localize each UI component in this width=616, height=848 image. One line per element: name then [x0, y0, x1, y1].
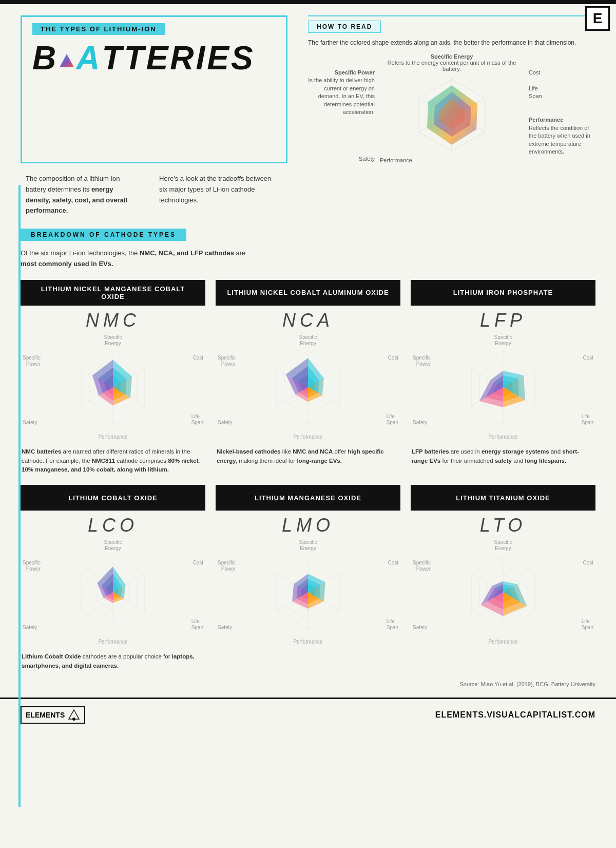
axis-label-power: SpecificPower [23, 560, 41, 572]
battery-abbrev-lco: LCO [21, 515, 205, 536]
axis-label-power: SpecificPower [218, 560, 236, 572]
axis-label-performance: Performance [98, 639, 127, 645]
how-to-read-diagram: Specific Power Is the ability to deliver… [308, 53, 595, 163]
axis-label-energy: SpecificEnergy [299, 334, 317, 347]
axis-label-power: SpecificPower [23, 355, 41, 367]
how-to-read-label: HOW TO READ [308, 21, 381, 33]
specific-power-label: Specific Power [335, 69, 375, 76]
battery-card-lmo: LITHIUM MANGANESE OXIDE LMO SpecificEner… [216, 485, 400, 671]
battery-card-lfp: LITHIUM IRON PHOSPHATE LFP SpecificEnerg… [411, 280, 595, 475]
left-bar [18, 185, 21, 807]
how-to-read-description: The farther the colored shape extends al… [308, 38, 595, 47]
radar-container-nmc: SpecificEnergy Cost LifeSpan Performance… [21, 333, 205, 441]
radar-container-nca: SpecificEnergy Cost LifeSpan Performance… [216, 333, 400, 441]
title-label: THE TYPES OF LITHIUM-ION [32, 23, 165, 35]
triangle-icon [59, 53, 75, 69]
radar-chart [264, 549, 352, 636]
footer-url: ELEMENTS.VISUALCAPITALIST.COM [435, 710, 595, 720]
axis-label-safety: Safety [218, 625, 232, 631]
safety-axis-label: Safety [308, 155, 375, 163]
axis-label-safety: Safety [218, 420, 232, 426]
battery-card-nmc: LITHIUM NICKEL MANGANESE COBALT OXIDE NM… [21, 280, 205, 475]
top-border [0, 0, 616, 4]
how-to-read-section: HOW TO READ The farther the colored shap… [308, 15, 595, 163]
life-span-axis-label: LifeSpan [529, 85, 595, 101]
axis-label-performance: Performance [293, 639, 322, 645]
battery-grid-bottom: LITHIUM COBALT OXIDE LCO SpecificEnergy … [21, 485, 595, 671]
battery-header-lfp: LITHIUM IRON PHOSPHATE [411, 280, 595, 306]
radar-chart [459, 549, 547, 636]
axis-label-cost: Cost [192, 560, 203, 566]
battery-card-lco: LITHIUM COBALT OXIDE LCO SpecificEnergy … [21, 485, 205, 671]
performance-axis-label: Performance [380, 157, 412, 163]
battery-header-lco: LITHIUM COBALT OXIDE [21, 485, 205, 511]
axis-label-performance: Performance [98, 434, 127, 440]
battery-header-nmc: LITHIUM NICKEL MANGANESE COBALT OXIDE [21, 280, 205, 306]
axis-label-lifespan: LifeSpan [191, 413, 203, 426]
radar-container-lmo: SpecificEnergy Cost LifeSpan Performance… [216, 538, 400, 646]
e-badge: E [585, 6, 610, 31]
battery-header-lto: LITHIUM TITANIUM OXIDE [411, 485, 595, 511]
battery-desc-nca: Nickel-based cathodes like NMC and NCA o… [216, 447, 400, 466]
footer-logo: ELEMENTS [21, 706, 85, 724]
axis-label-lifespan: LifeSpan [582, 618, 593, 631]
demo-radar-chart [406, 74, 498, 156]
axis-label-cost: Cost [388, 560, 398, 566]
battery-abbrev-nmc: NMC [21, 310, 205, 331]
radar-chart [459, 344, 547, 431]
specific-energy-title: Specific Energy [431, 53, 473, 60]
footer: ELEMENTS ELEMENTS.VISUALCAPITALIST.COM [0, 698, 616, 731]
radar-chart [69, 549, 157, 636]
battery-grid-top: LITHIUM NICKEL MANGANESE COBALT OXIDE NM… [21, 280, 595, 475]
svg-marker-0 [60, 54, 74, 67]
axis-label-power: SpecificPower [413, 355, 431, 367]
battery-abbrev-lto: LTO [411, 515, 595, 536]
battery-header-lmo: LITHIUM MANGANESE OXIDE [216, 485, 400, 511]
axis-label-energy: SpecificEnergy [299, 539, 317, 552]
axis-label-performance: Performance [293, 434, 322, 440]
battery-abbrev-nca: NCA [216, 310, 400, 331]
axis-label-cost: Cost [583, 560, 593, 566]
battery-card-nca: LITHIUM NICKEL COBALT ALUMINUM OXIDE NCA… [216, 280, 400, 475]
intro-text-2: Here's a look at the tradeoffs between s… [159, 174, 272, 216]
intro-section: The composition of a lithium-ion battery… [21, 174, 595, 216]
axis-label-safety: Safety [23, 420, 37, 426]
radar-container-lto: SpecificEnergy Cost LifeSpan Performance… [411, 538, 595, 646]
axis-label-lifespan: LifeSpan [387, 413, 398, 426]
axis-label-cost: Cost [192, 355, 203, 361]
axis-label-safety: Safety [413, 420, 427, 426]
source-text: Source: Miao Yu et al. (2019), BCG, Batt… [21, 681, 595, 687]
axis-label-cost: Cost [388, 355, 398, 361]
radar-container-lco: SpecificEnergy Cost LifeSpan Performance… [21, 538, 205, 646]
battery-desc-nmc: NMC batteries are named after different … [21, 447, 205, 475]
axis-label-energy: SpecificEnergy [494, 334, 512, 347]
breakdown-label: BREAKDOWN OF CATHODE TYPES [21, 229, 186, 241]
axis-label-performance: Performance [488, 639, 517, 645]
battery-card-lto: LITHIUM TITANIUM OXIDE LTO SpecificEnerg… [411, 485, 595, 671]
breakdown-text: Of the six major Li-ion technologies, th… [21, 248, 595, 270]
radar-chart [264, 344, 352, 431]
battery-header-nca: LITHIUM NICKEL COBALT ALUMINUM OXIDE [216, 280, 400, 306]
battery-desc-lfp: LFP batteries are used in energy storage… [411, 447, 595, 466]
axis-label-performance: Performance [488, 434, 517, 440]
battery-desc-lco: Lithium Cobalt Oxide cathodes are a popu… [21, 652, 205, 671]
axis-label-lifespan: LifeSpan [387, 618, 398, 631]
specific-energy-desc: Refers to the energy content per unit of… [388, 60, 516, 72]
title-box: THE TYPES OF LITHIUM-ION B [21, 15, 287, 163]
footer-logo-text: ELEMENTS [26, 711, 65, 719]
performance-title: Performance Reflects the condition of th… [529, 116, 595, 156]
radar-container-lfp: SpecificEnergy Cost LifeSpan Performance… [411, 333, 595, 441]
axis-label-energy: SpecificEnergy [104, 539, 122, 552]
specific-power-desc: Is the ability to deliver high current o… [308, 77, 375, 116]
axis-label-lifespan: LifeSpan [191, 618, 203, 631]
axis-label-energy: SpecificEnergy [494, 539, 512, 552]
cost-axis-label: Cost [529, 69, 595, 77]
main-content: THE TYPES OF LITHIUM-ION B [0, 0, 616, 698]
axis-label-safety: Safety [23, 625, 37, 631]
batteries-title: B A [32, 40, 276, 76]
axis-label-safety: Safety [413, 625, 427, 631]
axis-label-power: SpecificPower [413, 560, 431, 572]
header-section: THE TYPES OF LITHIUM-ION B [21, 15, 595, 163]
battery-abbrev-lmo: LMO [216, 515, 400, 536]
intro-text-1: The composition of a lithium-ion battery… [26, 174, 139, 216]
